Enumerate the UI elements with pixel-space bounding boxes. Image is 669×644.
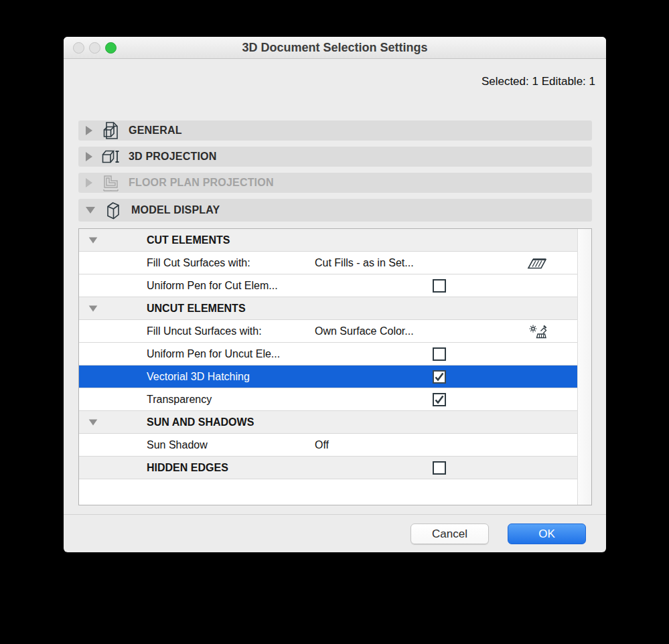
- panel-model-display[interactable]: MODEL DISPLAY: [78, 199, 592, 222]
- row-vectorial-3d-hatching[interactable]: Vectorial 3D Hatching: [79, 366, 577, 388]
- group-row-cut-elements[interactable]: CUT ELEMENTS: [79, 229, 577, 252]
- floor-plan-icon: [100, 174, 121, 192]
- cancel-button[interactable]: Cancel: [411, 524, 489, 544]
- vectorial-hatching-checkbox[interactable]: [433, 370, 446, 384]
- general-icon: [100, 121, 121, 140]
- row-uniform-pen-cut[interactable]: Uniform Pen for Cut Elem...: [79, 274, 577, 297]
- row-sun-shadow[interactable]: Sun Shadow Off: [79, 434, 577, 457]
- panel-floor-plan-projection-label: FLOOR PLAN PROJECTION: [129, 177, 274, 189]
- row-label: Vectorial 3D Hatching: [147, 371, 250, 383]
- chevron-down-icon: [89, 420, 98, 426]
- uniform-pen-uncut-checkbox[interactable]: [433, 347, 446, 361]
- row-label: Transparency: [147, 394, 212, 406]
- row-transparency[interactable]: Transparency: [79, 388, 577, 411]
- row-label: Uniform Pen for Uncut Ele...: [147, 348, 280, 360]
- row-label: Sun Shadow: [147, 439, 208, 451]
- row-label: Fill Uncut Surfaces with:: [147, 325, 262, 337]
- traffic-lights: [73, 42, 117, 54]
- footer-divider: [64, 514, 606, 515]
- panel-3d-projection-label: 3D PROJECTION: [129, 151, 217, 163]
- row-label: HIDDEN EDGES: [147, 462, 228, 474]
- hidden-edges-checkbox[interactable]: [433, 461, 446, 475]
- group-row-uncut-elements[interactable]: UNCUT ELEMENTS: [79, 297, 577, 320]
- group-label: UNCUT ELEMENTS: [147, 303, 246, 315]
- empty-row: [79, 479, 577, 505]
- row-value[interactable]: Own Surface Color...: [315, 325, 414, 337]
- group-row-sun-and-shadows[interactable]: SUN AND SHADOWS: [79, 411, 577, 434]
- window-title: 3D Document Selection Settings: [242, 41, 427, 55]
- row-fill-uncut-surfaces[interactable]: Fill Uncut Surfaces with: Own Surface Co…: [79, 320, 577, 343]
- row-uniform-pen-uncut[interactable]: Uniform Pen for Uncut Ele...: [79, 343, 577, 366]
- row-fill-cut-surfaces[interactable]: Fill Cut Surfaces with: Cut Fills - as i…: [79, 252, 577, 274]
- row-value[interactable]: Cut Fills - as in Set...: [315, 257, 414, 269]
- row-label: Fill Cut Surfaces with:: [147, 257, 250, 269]
- panel-general-label: GENERAL: [129, 125, 182, 137]
- chevron-right-icon: [86, 178, 92, 187]
- row-hidden-edges[interactable]: HIDDEN EDGES: [79, 457, 577, 479]
- chevron-down-icon: [89, 238, 98, 244]
- chevron-down-icon: [86, 207, 95, 214]
- panel-3d-projection[interactable]: 3D PROJECTION: [78, 147, 592, 167]
- group-label: CUT ELEMENTS: [147, 234, 230, 246]
- chevron-down-icon: [89, 306, 98, 312]
- surface-paint-icon[interactable]: [528, 324, 548, 340]
- uniform-pen-cut-checkbox[interactable]: [433, 279, 446, 293]
- accordion: GENERAL 3D PROJECTION: [78, 120, 592, 222]
- title-bar[interactable]: 3D Document Selection Settings: [64, 37, 606, 59]
- transparency-checkbox[interactable]: [433, 393, 446, 406]
- cut-fill-hatch-icon[interactable]: [526, 256, 548, 271]
- group-label: SUN AND SHADOWS: [147, 416, 254, 428]
- chevron-right-icon: [86, 126, 92, 135]
- model-display-settings-table: CUT ELEMENTS Fill Cut Surfaces with: Cut…: [78, 228, 592, 505]
- row-label: Uniform Pen for Cut Elem...: [147, 280, 278, 292]
- chevron-right-icon: [86, 152, 92, 161]
- settings-dialog: 3D Document Selection Settings Selected:…: [64, 37, 606, 552]
- zoom-button[interactable]: [105, 42, 117, 54]
- minimize-button[interactable]: [89, 42, 100, 54]
- panel-model-display-label: MODEL DISPLAY: [131, 204, 220, 216]
- row-value[interactable]: Off: [315, 439, 329, 451]
- selection-status: Selected: 1 Editable: 1: [481, 75, 595, 88]
- vertical-scrollbar[interactable]: [577, 229, 591, 505]
- panel-floor-plan-projection[interactable]: FLOOR PLAN PROJECTION: [78, 173, 592, 193]
- model-display-icon: [103, 201, 123, 220]
- 3d-projection-icon: [100, 148, 121, 165]
- ok-button[interactable]: OK: [508, 524, 586, 544]
- close-button[interactable]: [73, 42, 84, 54]
- panel-general[interactable]: GENERAL: [78, 120, 592, 141]
- table-rows: CUT ELEMENTS Fill Cut Surfaces with: Cut…: [79, 229, 577, 505]
